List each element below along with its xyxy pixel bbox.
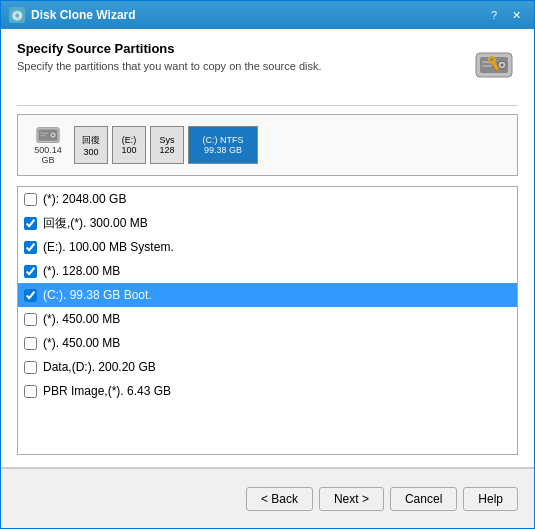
partition-checkbox[interactable] [24,385,37,398]
partition-item[interactable]: (C:). 99.38 GB Boot. [18,283,517,307]
close-button[interactable]: ✕ [506,6,526,24]
partition-checkbox[interactable] [24,193,37,206]
svg-rect-5 [482,65,492,67]
header-subtitle: Specify the partitions that you want to … [17,60,460,72]
window-title: Disk Clone Wizard [31,8,484,22]
partition-label: PBR Image,(*). 6.43 GB [43,384,171,398]
partition-label: (*). 450.00 MB [43,312,120,326]
partition-checkbox[interactable] [24,337,37,350]
part-block-e100: (E:) 100 [112,126,146,164]
back-button[interactable]: < Back [246,487,313,511]
help-button[interactable]: ? [484,6,504,24]
partition-checkbox[interactable] [24,265,37,278]
partition-checkbox[interactable] [24,313,37,326]
partition-item[interactable]: (*). 450.00 MB [18,331,517,355]
cancel-button[interactable]: Cancel [390,487,457,511]
partition-checkbox[interactable] [24,241,37,254]
partition-item[interactable]: PBR Image,(*). 6.43 GB [18,379,517,403]
separator [17,105,518,106]
title-bar-controls: ? ✕ [484,6,526,24]
disk-drive-icon: 500.14 GB [28,125,68,165]
partition-item[interactable]: Data,(D:). 200.20 GB [18,355,517,379]
disk-visual: 500.14 GB 回復 300 (E:) 100 Sys 128 (C:) N… [17,114,518,176]
part-block-sys300: 回復 300 [74,126,108,164]
partition-item[interactable]: (*). 128.00 MB [18,259,517,283]
part-block-c-drive: (C:) NTFS 99.38 GB [188,126,258,164]
footer-area: < Back Next > Cancel Help [1,468,534,528]
partition-label: Data,(D:). 200.20 GB [43,360,156,374]
partition-item[interactable]: (E:). 100.00 MB System. [18,235,517,259]
partition-item[interactable]: (*). 450.00 MB [18,307,517,331]
main-window: 💿 Disk Clone Wizard ? ✕ Specify Source P… [0,0,535,529]
svg-point-3 [501,64,504,67]
header-title: Specify Source Partitions [17,41,460,56]
partition-label: (E:). 100.00 MB System. [43,240,174,254]
disk-icon-svg [472,43,516,87]
partition-list: (*): 2048.00 GB回復,(*). 300.00 MB(E:). 10… [17,186,518,455]
app-icon: 💿 [9,7,25,23]
header: Specify Source Partitions Specify the pa… [17,41,518,89]
disk-size-label: 500.14 GB [28,145,68,165]
title-bar: 💿 Disk Clone Wizard ? ✕ [1,1,534,29]
svg-rect-12 [40,133,49,134]
part-block-sys128: Sys 128 [150,126,184,164]
partition-label: (*): 2048.00 GB [43,192,126,206]
partition-label: (*). 128.00 MB [43,264,120,278]
partition-label: (C:). 99.38 GB Boot. [43,288,152,302]
partition-item[interactable]: 回復,(*). 300.00 MB [18,211,517,235]
header-icon [470,41,518,89]
next-button[interactable]: Next > [319,487,384,511]
svg-point-11 [52,134,55,137]
partition-blocks: 回復 300 (E:) 100 Sys 128 (C:) NTFS 99.38 … [74,126,258,164]
partition-item[interactable]: (*): 2048.00 GB [18,187,517,211]
partition-label: (*). 450.00 MB [43,336,120,350]
hdd-icon [29,125,67,145]
header-text: Specify Source Partitions Specify the pa… [17,41,460,72]
svg-rect-13 [40,135,46,136]
content-area: Specify Source Partitions Specify the pa… [1,29,534,468]
partition-label: 回復,(*). 300.00 MB [43,215,148,232]
partition-checkbox[interactable] [24,217,37,230]
partition-checkbox[interactable] [24,361,37,374]
help-footer-button[interactable]: Help [463,487,518,511]
partition-checkbox[interactable] [24,289,37,302]
